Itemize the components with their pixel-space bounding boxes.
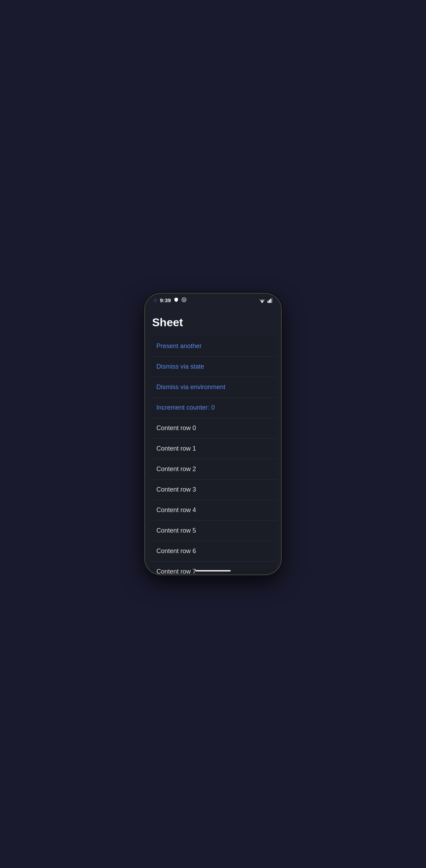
content-row-1[interactable]: Content row 1	[149, 439, 277, 459]
svg-rect-9	[270, 299, 271, 303]
content-row-5-label: Content row 5	[156, 527, 196, 534]
content-row-3-label: Content row 3	[156, 486, 196, 493]
content-row-7[interactable]: Content row 7	[149, 562, 277, 574]
dismiss-env-label: Dismiss via environment	[156, 383, 225, 391]
present-another-button[interactable]: Present another	[149, 336, 277, 357]
svg-rect-10	[272, 298, 272, 303]
content-row-0-label: Content row 0	[156, 424, 196, 432]
svg-rect-7	[267, 301, 269, 303]
svg-rect-8	[269, 300, 270, 303]
content-row-7-label: Content row 7	[156, 568, 196, 574]
svg-point-2	[184, 299, 185, 300]
phone-inner: 9:39	[145, 294, 281, 574]
status-right	[259, 298, 272, 303]
status-bar: 9:39	[145, 294, 281, 305]
phone-frame: 9:39	[144, 293, 282, 575]
dismiss-state-button[interactable]: Dismiss via state	[149, 357, 277, 377]
shield-icon	[174, 297, 179, 303]
content-row-6[interactable]: Content row 6	[149, 541, 277, 562]
content-row-3[interactable]: Content row 3	[149, 480, 277, 500]
status-left: 9:39	[154, 297, 186, 303]
face-id-icon	[182, 297, 186, 303]
signal-icon	[267, 298, 272, 303]
camera-icon	[154, 299, 157, 302]
background-area: Sheet	[145, 305, 281, 336]
increment-counter-button[interactable]: Increment counter: 0	[149, 398, 277, 418]
scroll-area[interactable]: Present another Dismiss via state Dismis…	[145, 336, 281, 574]
page-title: Sheet	[152, 312, 274, 336]
svg-point-0	[182, 298, 186, 302]
home-indicator	[195, 570, 231, 571]
content-row-6-label: Content row 6	[156, 547, 196, 555]
svg-point-1	[183, 299, 184, 300]
increment-counter-label: Increment counter: 0	[156, 404, 215, 411]
sheet-container: Present another Dismiss via state Dismis…	[149, 336, 277, 574]
content-row-4-label: Content row 4	[156, 506, 196, 514]
status-time: 9:39	[160, 297, 171, 303]
wifi-icon	[259, 298, 265, 303]
content-row-2-label: Content row 2	[156, 465, 196, 473]
content-row-2[interactable]: Content row 2	[149, 459, 277, 480]
content-row-5[interactable]: Content row 5	[149, 521, 277, 541]
dismiss-env-button[interactable]: Dismiss via environment	[149, 377, 277, 398]
content-row-1-label: Content row 1	[156, 445, 196, 452]
present-another-label: Present another	[156, 342, 202, 350]
main-content: Sheet Present another Dismiss via state …	[145, 305, 281, 574]
content-row-0[interactable]: Content row 0	[149, 418, 277, 439]
content-row-4[interactable]: Content row 4	[149, 500, 277, 521]
dismiss-state-label: Dismiss via state	[156, 363, 204, 370]
